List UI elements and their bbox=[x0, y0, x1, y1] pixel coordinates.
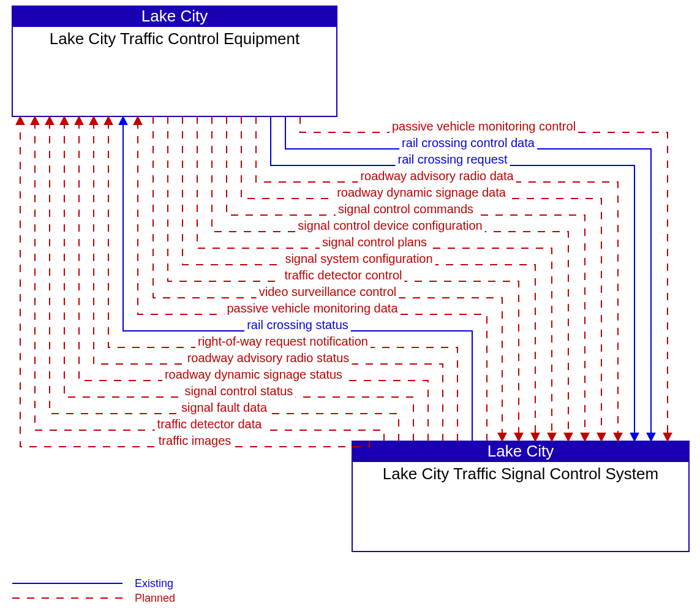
flow-label: roadway dynamic signage status bbox=[165, 368, 342, 381]
top-entity-header: Lake City bbox=[141, 7, 208, 25]
flow-label: traffic images bbox=[159, 434, 231, 447]
flow-label: traffic detector control bbox=[285, 268, 402, 282]
bottom-entity-body: Lake City Traffic Signal Control System bbox=[383, 464, 658, 483]
bottom-entity-header: Lake City bbox=[487, 442, 554, 460]
bottom-entity-box: Lake City Lake City Traffic Signal Contr… bbox=[352, 441, 689, 551]
top-entity-box: Lake City Lake City Traffic Control Equi… bbox=[12, 6, 337, 116]
legend: Existing Planned bbox=[12, 577, 175, 604]
flow-label: right-of-way request notification bbox=[198, 335, 368, 348]
flow-label: signal control plans bbox=[322, 235, 427, 249]
top-entity-body: Lake City Traffic Control Equipment bbox=[50, 29, 300, 48]
legend-existing-label: Existing bbox=[135, 577, 173, 589]
flow-label: traffic detector data bbox=[157, 417, 263, 431]
flow-label: passive vehicle monitoring data bbox=[227, 301, 398, 315]
flow-label: roadway advisory radio data bbox=[360, 169, 514, 183]
flow-label: video surveillance control bbox=[259, 285, 397, 298]
flow-label: rail crossing control data bbox=[402, 136, 535, 150]
flow-label: rail crossing status bbox=[247, 318, 348, 332]
flow-label: roadway dynamic signage data bbox=[337, 186, 506, 199]
flow-label: passive vehicle monitoring control bbox=[392, 119, 576, 133]
flow-label: signal control status bbox=[185, 384, 293, 398]
flow-label: signal control commands bbox=[338, 202, 473, 216]
flow-label: signal control device configuration bbox=[298, 219, 482, 232]
flow-label: signal fault data bbox=[181, 401, 268, 414]
flow-label: rail crossing request bbox=[398, 153, 508, 166]
flow-label: signal system configuration bbox=[285, 252, 432, 265]
legend-planned-label: Planned bbox=[135, 592, 175, 604]
flow-label: roadway advisory radio status bbox=[187, 351, 350, 365]
